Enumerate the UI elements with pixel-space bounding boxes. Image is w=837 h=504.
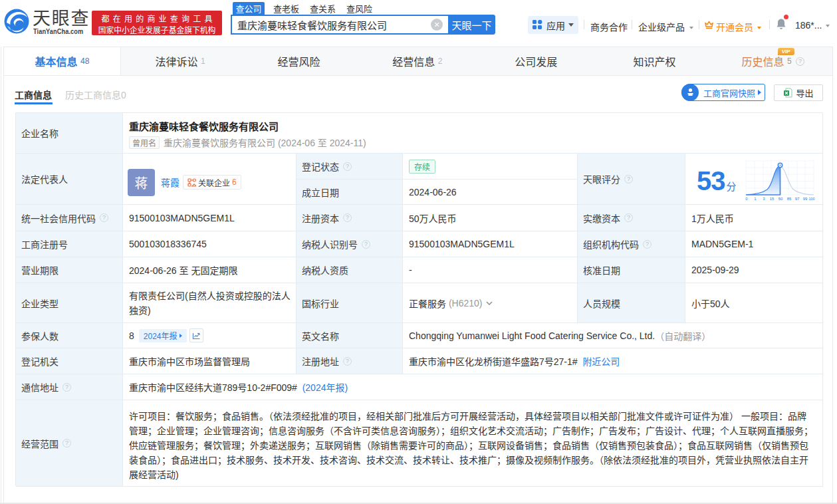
svg-text:15: 15 (770, 197, 775, 201)
svg-text:50: 50 (778, 197, 783, 201)
svg-text:85: 85 (787, 197, 792, 201)
svg-text:0: 0 (745, 197, 748, 201)
svg-text:100: 100 (808, 197, 814, 201)
svg-text:3: 3 (763, 197, 765, 201)
svg-text:99: 99 (803, 197, 808, 201)
svg-text:97: 97 (795, 197, 800, 201)
svg-text:1: 1 (754, 197, 757, 201)
